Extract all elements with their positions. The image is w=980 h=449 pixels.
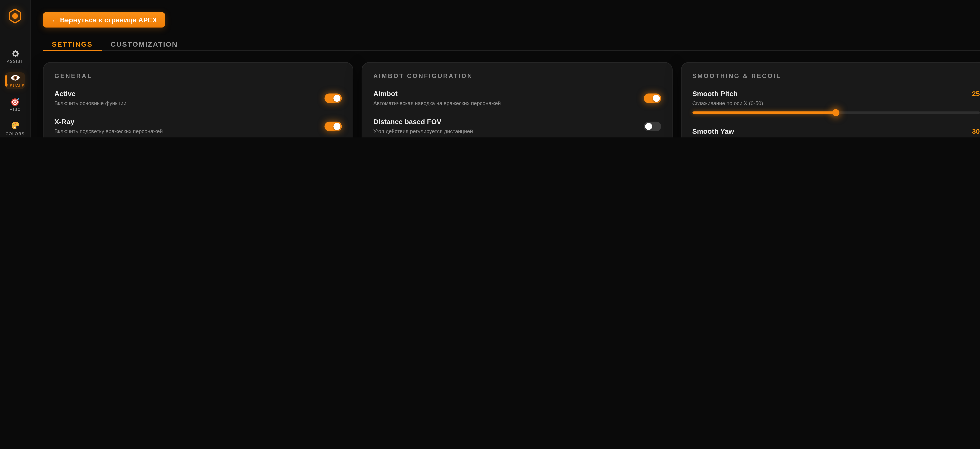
palette-icon — [11, 121, 20, 130]
panel-general: GENERAL Active Включить основные функции… — [43, 62, 353, 138]
settings-panels: GENERAL Active Включить основные функции… — [43, 62, 980, 138]
setting-label: Distance based FOV — [373, 118, 473, 126]
xray-toggle[interactable] — [325, 121, 342, 131]
active-indicator-bar — [5, 75, 7, 86]
setting-row-xray: X-Ray Включить подсветку вражеских персо… — [54, 118, 342, 134]
slider-fill — [692, 111, 836, 114]
sidebar: ASSIST VISUALS — [0, 0, 31, 137]
tab-bar: SETTINGS CUSTOMIZATION — [43, 38, 980, 51]
setting-row-aimbot: Aimbot Автоматическая наводка на вражеск… — [373, 89, 661, 106]
setting-description: Сглаживание по оси X (0-50) — [692, 100, 980, 106]
target-icon — [11, 97, 20, 106]
sidebar-item-label: MISC — [9, 107, 21, 111]
panel-title: AIMBOT CONFIGURATION — [373, 72, 661, 80]
setting-row-distance-based-fov: Distance based FOV Угол действия регулир… — [373, 118, 661, 134]
sidebar-item-visuals[interactable]: VISUALS — [5, 72, 25, 89]
setting-description: Включить основные функции — [54, 100, 126, 106]
setting-description: Автоматическая наводка на вражеских перс… — [373, 100, 501, 106]
setting-row-smooth-pitch: Smooth Pitch 25 Сглаживание по оси X (0-… — [692, 89, 980, 116]
sidebar-item-misc[interactable]: MISC — [5, 96, 25, 113]
toggle-knob — [334, 123, 340, 130]
setting-label: Active — [54, 89, 126, 98]
setting-label: Aimbot — [373, 89, 501, 98]
app-root: ASSIST VISUALS — [0, 0, 980, 137]
setting-row-smooth-yaw: Smooth Yaw 30 Сглаживание по оси Y (0-50… — [692, 127, 980, 138]
setting-description: Включить подсветку вражеских персонажей — [54, 128, 163, 134]
sidebar-item-assist[interactable]: ASSIST — [5, 48, 25, 65]
panel-smoothing-recoil: SMOOTHING & RECOIL Smooth Pitch 25 Сглаж… — [681, 62, 980, 138]
slider-handle[interactable] — [833, 109, 840, 116]
setting-row-active: Active Включить основные функции — [54, 89, 342, 106]
toggle-knob — [645, 123, 652, 130]
panel-title: GENERAL — [54, 72, 342, 80]
gear-icon — [11, 49, 20, 58]
setting-label: X-Ray — [54, 118, 163, 126]
sidebar-nav: ASSIST VISUALS — [0, 48, 30, 137]
active-toggle[interactable] — [325, 93, 342, 103]
sidebar-item-label: COLORS — [5, 131, 25, 136]
back-to-apex-button[interactable]: ← Вернуться к странице APEX — [43, 12, 165, 27]
slider-value: 30 — [972, 127, 980, 135]
eye-icon — [10, 73, 20, 82]
sidebar-item-colors[interactable]: COLORS — [5, 120, 25, 137]
tab-settings[interactable]: SETTINGS — [43, 38, 102, 51]
tab-customization[interactable]: CUSTOMIZATION — [102, 38, 187, 51]
slider-value: 25 — [972, 89, 980, 97]
toggle-knob — [652, 94, 660, 102]
setting-label: Smooth Pitch — [692, 89, 738, 98]
distance-based-fov-toggle[interactable] — [644, 121, 661, 131]
smooth-pitch-slider[interactable] — [692, 109, 980, 116]
panel-title: SMOOTHING & RECOIL — [692, 72, 980, 80]
setting-description: Угол действия регулируется дистанцией — [373, 128, 473, 134]
aimbot-toggle[interactable] — [644, 93, 661, 103]
app-logo-hexagon-icon — [8, 8, 22, 24]
toggle-knob — [334, 94, 340, 102]
sidebar-item-label: VISUALS — [5, 83, 25, 88]
main-content: ← Вернуться к странице APEX SETTINGS CUS… — [31, 0, 980, 137]
panel-aimbot-configuration: AIMBOT CONFIGURATION Aimbot Автоматическ… — [362, 62, 673, 138]
sidebar-item-label: ASSIST — [7, 59, 23, 64]
setting-label: Smooth Yaw — [692, 127, 734, 136]
